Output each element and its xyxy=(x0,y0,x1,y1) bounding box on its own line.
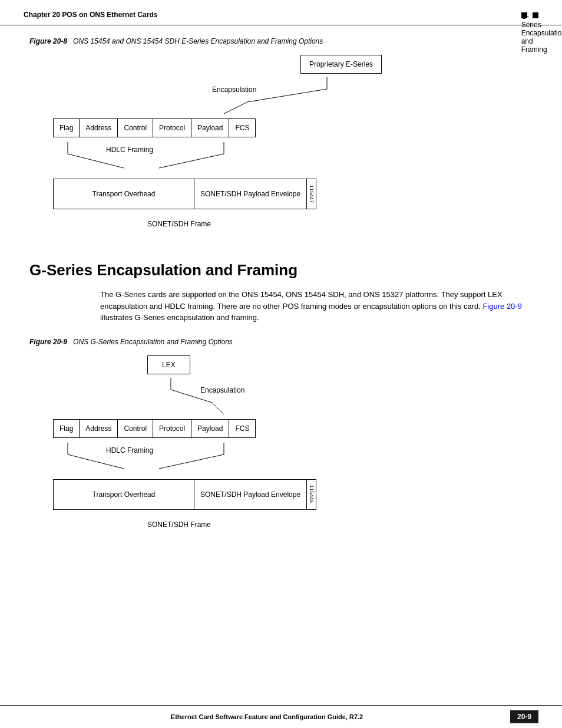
hdlc-flag-1: Flag xyxy=(53,118,80,137)
hdlc-control-2: Control xyxy=(118,419,153,438)
encap-box-1: Proprietary E-Series xyxy=(300,55,382,74)
hdlc-control-1: Control xyxy=(118,118,153,137)
footer-title: Ethernet Card Software Feature and Confi… xyxy=(171,713,363,720)
payload-envelope-2: SONET/SDH Payload Envelope xyxy=(194,479,307,510)
svg-line-1 xyxy=(247,89,327,102)
transport-overhead-1: Transport Overhead xyxy=(53,179,194,209)
hdlc-flag-2: Flag xyxy=(53,419,80,438)
hdlc-label-2: HDLC Framing xyxy=(106,446,153,454)
hdlc-protocol-1: Protocol xyxy=(153,118,191,137)
payload-envelope-1: SONET/SDH Payload Envelope xyxy=(194,179,307,209)
svg-line-9 xyxy=(212,403,224,414)
hdlc-fcs-2: FCS xyxy=(229,419,256,438)
header-section: G-Series Encapsulation and Framing xyxy=(518,11,538,19)
footer-page: 20-9 xyxy=(510,710,538,723)
figure-link[interactable]: Figure 20-9 xyxy=(482,302,521,311)
svg-line-4 xyxy=(68,154,124,168)
hdlc-row-2: Flag Address Control Protocol Payload FC… xyxy=(53,419,256,438)
hdlc-label-1: HDLC Framing xyxy=(106,146,153,154)
section-heading: G-Series Encapsulation and Framing xyxy=(29,261,533,279)
hdlc-row-1: Flag Address Control Protocol Payload FC… xyxy=(53,118,256,137)
encap-label-2: Encapsulation xyxy=(200,386,244,394)
hdlc-address-1: Address xyxy=(80,118,118,137)
hdlc-fcs-1: FCS xyxy=(229,118,256,137)
diagram-id-2: 115446 xyxy=(307,479,316,510)
diagram2: LEX Encapsulation Flag Address Control P… xyxy=(29,355,533,544)
page-footer: Ethernet Card Software Feature and Confi… xyxy=(0,705,562,728)
svg-line-2 xyxy=(224,102,247,114)
encap-label-1: Encapsulation xyxy=(212,85,256,94)
svg-line-11 xyxy=(68,454,124,469)
figure1-label: Figure 20-8 ONS 15454 and ONS 15454 SDH … xyxy=(29,37,533,45)
svg-line-13 xyxy=(159,454,224,469)
main-content: Figure 20-8 ONS 15454 and ONS 15454 SDH … xyxy=(0,25,562,568)
hdlc-address-2: Address xyxy=(80,419,118,438)
sonet-row-2: Transport Overhead SONET/SDH Payload Env… xyxy=(53,479,316,510)
header-chapter: Chapter 20 POS on ONS Ethernet Cards xyxy=(24,11,157,19)
transport-overhead-2: Transport Overhead xyxy=(53,479,194,510)
frame-label-2: SONET/SDH Frame xyxy=(147,521,211,529)
page-header: Chapter 20 POS on ONS Ethernet Cards G-S… xyxy=(0,0,562,25)
diagram-id-1: 115447 xyxy=(307,179,316,209)
body-text: The G-Series cards are supported on the … xyxy=(100,289,533,324)
figure2-label: Figure 20-9 ONS G-Series Encapsulation a… xyxy=(29,338,533,346)
frame-label-1: SONET/SDH Frame xyxy=(147,220,211,228)
svg-line-6 xyxy=(159,154,224,168)
hdlc-payload-1: Payload xyxy=(191,118,229,137)
header-block-icon xyxy=(533,12,538,18)
hdlc-payload-2: Payload xyxy=(191,419,229,438)
sonet-row-1: Transport Overhead SONET/SDH Payload Env… xyxy=(53,179,316,209)
diagram1: Proprietary E-Series Encapsulation Flag … xyxy=(29,55,533,243)
hdlc-protocol-2: Protocol xyxy=(153,419,191,438)
encap-box-2: LEX xyxy=(147,355,190,374)
